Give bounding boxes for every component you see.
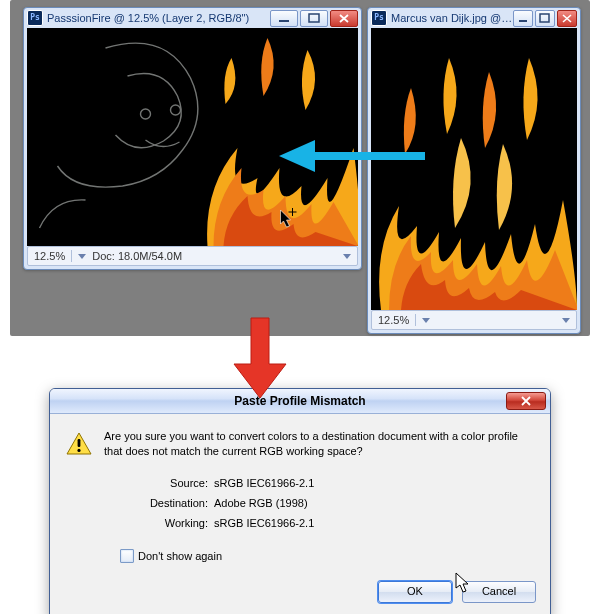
working-label: Working:	[66, 517, 214, 529]
minimize-button[interactable]	[270, 10, 298, 27]
menu-icon[interactable]	[343, 254, 351, 259]
svg-rect-10	[78, 439, 81, 447]
close-icon	[520, 395, 532, 407]
close-button[interactable]	[506, 392, 546, 410]
photoshop-icon: Ps	[371, 10, 387, 26]
expand-icon[interactable]	[422, 318, 430, 323]
warning-icon	[66, 432, 92, 456]
dialog-button-row: OK Cancel	[50, 577, 550, 614]
doc-info: Doc: 18.0M/54.0M	[92, 250, 182, 262]
cancel-button[interactable]: Cancel	[462, 581, 536, 603]
divider	[415, 314, 416, 326]
status-bar: 12.5%	[371, 310, 577, 330]
close-button[interactable]	[557, 10, 577, 27]
zoom-level: 12.5%	[378, 314, 409, 326]
dialog-paste-profile-mismatch: Paste Profile Mismatch Are you sure you …	[49, 388, 551, 614]
document-title: PasssionFire @ 12.5% (Layer 2, RGB/8")	[47, 12, 270, 24]
menu-icon[interactable]	[562, 318, 570, 323]
expand-icon[interactable]	[78, 254, 86, 259]
minimize-button[interactable]	[513, 10, 533, 27]
dont-show-again-checkbox[interactable]: Don't show again	[120, 549, 532, 563]
zoom-level: 12.5%	[34, 250, 65, 262]
dialog-message: Are you sure you want to convert colors …	[104, 429, 532, 459]
svg-rect-1	[309, 14, 319, 22]
destination-value: Adobe RGB (1998)	[214, 497, 308, 509]
source-value: sRGB IEC61966-2.1	[214, 477, 314, 489]
annotation-arrow-red	[232, 316, 288, 400]
ok-button[interactable]: OK	[378, 581, 452, 603]
source-label: Source:	[66, 477, 214, 489]
annotation-arrow-blue	[277, 132, 425, 180]
destination-label: Destination:	[66, 497, 214, 509]
title-bar[interactable]: Ps PasssionFire @ 12.5% (Layer 2, RGB/8"…	[24, 8, 361, 28]
title-bar[interactable]: Ps Marcus van Dijk.jpg @ ...	[368, 8, 580, 28]
svg-rect-8	[540, 14, 549, 22]
svg-point-11	[77, 449, 80, 452]
document-title: Marcus van Dijk.jpg @ ...	[391, 12, 513, 24]
divider	[71, 250, 72, 262]
maximize-button[interactable]	[300, 10, 328, 27]
workspace-area: Ps PasssionFire @ 12.5% (Layer 2, RGB/8"…	[10, 0, 590, 336]
photoshop-icon: Ps	[27, 10, 43, 26]
status-bar: 12.5% Doc: 18.0M/54.0M	[27, 246, 358, 266]
checkbox-label: Don't show again	[138, 550, 222, 562]
close-button[interactable]	[330, 10, 358, 27]
dialog-body: Are you sure you want to convert colors …	[50, 414, 550, 577]
checkbox-icon	[120, 549, 134, 563]
dialog-title-bar[interactable]: Paste Profile Mismatch	[50, 389, 550, 414]
maximize-button[interactable]	[535, 10, 555, 27]
working-value: sRGB IEC61966-2.1	[214, 517, 314, 529]
